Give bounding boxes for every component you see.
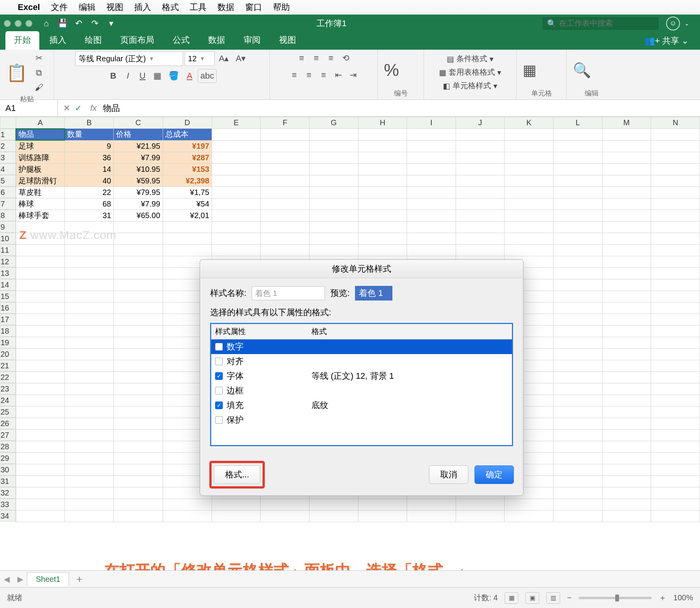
cell[interactable] <box>651 210 700 221</box>
cell[interactable]: 物品 <box>16 129 65 141</box>
cell[interactable] <box>651 256 700 267</box>
cell[interactable] <box>358 186 407 198</box>
cell[interactable] <box>602 487 651 499</box>
cell[interactable] <box>261 129 310 141</box>
cell[interactable] <box>310 221 358 233</box>
paste-button[interactable]: 📋 <box>4 61 30 84</box>
cell[interactable] <box>358 175 407 186</box>
redo-icon[interactable]: ↷ <box>88 17 102 30</box>
conditional-format-button[interactable]: ▤条件格式 ▾ <box>447 53 493 65</box>
checkbox-icon[interactable]: ✓ <box>215 401 223 409</box>
cell[interactable] <box>65 475 114 487</box>
cell[interactable] <box>65 452 114 464</box>
cell[interactable] <box>456 221 505 233</box>
cell[interactable] <box>65 233 114 244</box>
cell[interactable] <box>358 510 407 522</box>
cell[interactable] <box>261 233 310 244</box>
col-header[interactable]: J <box>456 117 505 129</box>
cell[interactable] <box>602 221 651 233</box>
cell[interactable] <box>16 360 65 371</box>
select-all-corner[interactable] <box>0 117 16 129</box>
cell[interactable] <box>602 198 651 210</box>
cell[interactable] <box>554 499 602 510</box>
cell[interactable] <box>212 221 261 233</box>
cell[interactable] <box>65 314 114 325</box>
cell[interactable] <box>651 429 700 441</box>
cell[interactable] <box>114 441 163 452</box>
cell[interactable]: ¥79.95 <box>114 186 163 198</box>
cell[interactable] <box>456 244 505 256</box>
ok-button[interactable]: 确定 <box>475 465 514 484</box>
cell[interactable] <box>407 186 456 198</box>
row-header[interactable]: 13 <box>0 267 16 279</box>
row-header[interactable]: 18 <box>0 325 16 337</box>
cell[interactable] <box>114 256 163 267</box>
cell[interactable] <box>114 233 163 244</box>
cell[interactable] <box>651 244 700 256</box>
cell[interactable] <box>456 198 505 210</box>
col-header[interactable]: D <box>163 117 212 129</box>
cell[interactable] <box>16 441 65 452</box>
fill-color-icon[interactable]: 🪣 <box>166 69 182 83</box>
cell[interactable]: 14 <box>65 163 114 175</box>
cell[interactable] <box>651 279 700 291</box>
cell[interactable] <box>651 371 700 383</box>
spreadsheet-grid[interactable]: ABCDEFGHIJKLMN1物品数量价格总成本2足球9¥21.95¥1973训… <box>0 117 700 560</box>
cell[interactable] <box>358 210 407 221</box>
search-box[interactable]: 🔍 <box>543 17 658 30</box>
cell[interactable] <box>602 499 651 510</box>
tab-page-layout[interactable]: 页面布局 <box>112 31 163 50</box>
cell[interactable] <box>310 140 358 152</box>
cell[interactable] <box>358 499 407 510</box>
cell[interactable] <box>554 267 602 279</box>
cell[interactable]: ¥10.95 <box>114 163 163 175</box>
cell[interactable] <box>602 441 651 452</box>
font-color-icon[interactable]: A <box>183 69 196 83</box>
cell[interactable] <box>310 198 358 210</box>
cell[interactable] <box>602 371 651 383</box>
cell[interactable] <box>505 221 554 233</box>
cell[interactable] <box>16 406 65 418</box>
cell[interactable] <box>65 279 114 291</box>
style-prop-item[interactable]: 数字 <box>211 339 512 354</box>
checkbox-icon[interactable]: ✓ <box>215 372 223 380</box>
insert-cells-icon[interactable]: ▦ <box>520 60 539 80</box>
style-prop-item[interactable]: 保护 <box>211 413 512 427</box>
cell[interactable] <box>163 221 212 233</box>
cell[interactable] <box>65 256 114 267</box>
cell[interactable] <box>505 499 554 510</box>
cell[interactable] <box>114 429 163 441</box>
cell[interactable] <box>114 395 163 406</box>
cell[interactable] <box>16 395 65 406</box>
cell[interactable] <box>16 475 65 487</box>
cell[interactable] <box>310 152 358 163</box>
cell[interactable] <box>602 163 651 175</box>
cell[interactable] <box>554 325 602 337</box>
cell[interactable] <box>651 267 700 279</box>
cell[interactable] <box>554 314 602 325</box>
cell[interactable] <box>554 152 602 163</box>
cell[interactable] <box>651 452 700 464</box>
cell[interactable] <box>651 325 700 337</box>
cell[interactable] <box>114 325 163 337</box>
cell[interactable] <box>602 395 651 406</box>
cell[interactable] <box>505 510 554 522</box>
cell[interactable] <box>602 233 651 244</box>
cell[interactable] <box>602 360 651 371</box>
formula-value[interactable]: 物品 <box>100 102 123 114</box>
style-prop-item[interactable]: ✓填充底纹 <box>211 398 512 413</box>
cell[interactable] <box>261 210 310 221</box>
row-header[interactable]: 24 <box>0 395 16 406</box>
cell[interactable] <box>554 279 602 291</box>
cell[interactable] <box>407 210 456 221</box>
cell[interactable] <box>505 198 554 210</box>
cell[interactable] <box>261 163 310 175</box>
cell[interactable] <box>310 499 358 510</box>
cell[interactable] <box>554 360 602 371</box>
cell[interactable] <box>554 371 602 383</box>
cell[interactable] <box>16 464 65 475</box>
cell[interactable]: ¥7.99 <box>114 198 163 210</box>
cell[interactable]: 草皮鞋 <box>16 186 65 198</box>
cell[interactable] <box>65 244 114 256</box>
row-header[interactable]: 17 <box>0 314 16 325</box>
